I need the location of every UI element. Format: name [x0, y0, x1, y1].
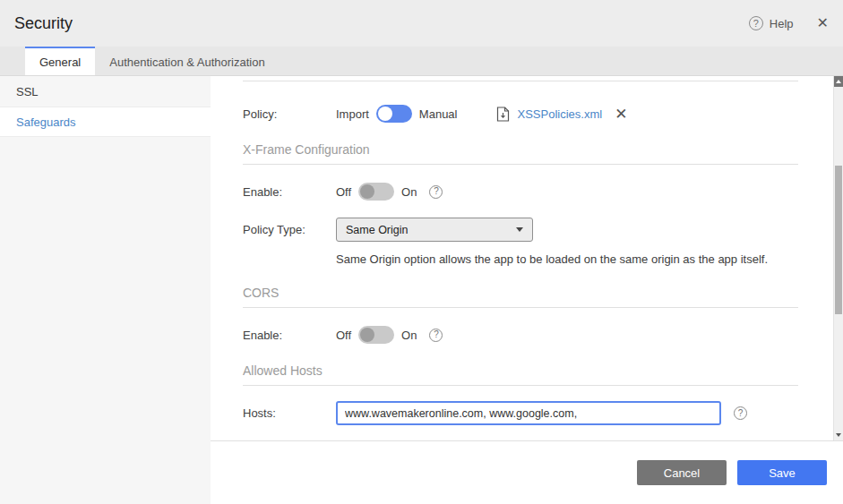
allowed-hosts-section-heading: Allowed Hosts: [243, 363, 798, 378]
tab-general[interactable]: General: [25, 47, 95, 75]
cors-enable-label: Enable:: [243, 329, 336, 342]
content-scroll: Policy: Import Manual XSSPolicies.xml ✕: [211, 76, 833, 440]
hosts-help-icon[interactable]: ?: [734, 406, 747, 420]
policy-label: Policy:: [243, 107, 336, 121]
tab-bar: General Authentication & Authorization: [0, 47, 843, 76]
cors-enable-row: Enable: Off On ?: [243, 326, 798, 344]
xframe-section-heading: X-Frame Configuration: [243, 142, 798, 157]
close-icon[interactable]: ✕: [817, 16, 829, 30]
save-button[interactable]: Save: [737, 460, 827, 485]
content-panel: Policy: Import Manual XSSPolicies.xml ✕: [211, 76, 843, 504]
cors-section-heading: CORS: [243, 286, 798, 300]
cors-off-label: Off: [336, 329, 351, 342]
toggle-knob: [360, 184, 374, 199]
clipped-section-divider: [243, 81, 798, 81]
allowed-hosts-section-divider: [243, 385, 798, 386]
hosts-row: Hosts: ?: [243, 401, 798, 425]
policy-type-help-text: Same Origin option allows the app to be …: [336, 252, 798, 266]
toggle-knob: [360, 328, 374, 342]
policy-manual-label: Manual: [419, 107, 458, 121]
sidebar-item-safeguards[interactable]: Safeguards: [0, 107, 211, 137]
xframe-enable-toggle[interactable]: [358, 183, 394, 201]
xss-policies-file-link[interactable]: XSSPolicies.xml: [517, 107, 602, 121]
chevron-down-icon: [516, 227, 523, 232]
help-label[interactable]: Help: [770, 17, 794, 30]
hosts-label: Hosts:: [243, 406, 336, 420]
xframe-section-divider: [243, 164, 798, 165]
cancel-button[interactable]: Cancel: [637, 460, 727, 485]
policy-type-selected-value: Same Origin: [346, 224, 408, 236]
policy-import-manual-toggle[interactable]: [376, 105, 412, 123]
xframe-enable-row: Enable: Off On ?: [243, 183, 798, 201]
policy-row: Policy: Import Manual XSSPolicies.xml ✕: [243, 105, 798, 123]
tab-authentication-authorization[interactable]: Authentication & Authorization: [95, 47, 279, 75]
dialog-header: Security ? Help ✕: [0, 0, 843, 47]
hosts-input[interactable]: [336, 401, 721, 425]
scrollbar-down-icon[interactable]: [834, 430, 843, 440]
policy-type-row: Policy Type: Same Origin: [243, 218, 798, 242]
toggle-knob: [378, 107, 392, 121]
dialog-footer: Cancel Save: [211, 440, 843, 504]
policy-type-select[interactable]: Same Origin: [336, 218, 533, 242]
header-actions: ? Help ✕: [749, 16, 829, 30]
policy-type-label: Policy Type:: [243, 223, 336, 236]
remove-file-icon[interactable]: ✕: [615, 107, 627, 122]
security-dialog: Security ? Help ✕ General Authentication…: [0, 0, 843, 504]
cors-on-label: On: [401, 329, 417, 342]
cors-enable-toggle[interactable]: [358, 326, 394, 344]
policy-import-label: Import: [336, 107, 369, 121]
main-area: SSL Safeguards Policy: Import Manual: [0, 76, 843, 504]
xframe-enable-help-icon[interactable]: ?: [429, 185, 443, 199]
policy-file-chip: XSSPolicies.xml ✕: [496, 107, 627, 122]
cors-enable-help-icon[interactable]: ?: [429, 329, 443, 342]
xframe-on-label: On: [401, 185, 417, 199]
content-scroll-wrap: Policy: Import Manual XSSPolicies.xml ✕: [211, 76, 843, 440]
scrollbar-thumb[interactable]: [835, 166, 842, 314]
xframe-enable-label: Enable:: [243, 185, 336, 199]
scrollbar-up-icon[interactable]: [834, 76, 843, 87]
content-scrollbar[interactable]: [833, 76, 843, 440]
sidebar-item-ssl[interactable]: SSL: [0, 76, 211, 107]
help-icon[interactable]: ?: [749, 16, 763, 30]
xml-file-icon: [496, 107, 510, 122]
cors-section-divider: [243, 307, 798, 308]
xframe-off-label: Off: [336, 185, 351, 199]
page-title: Security: [14, 14, 73, 33]
sidebar: SSL Safeguards: [0, 76, 211, 504]
